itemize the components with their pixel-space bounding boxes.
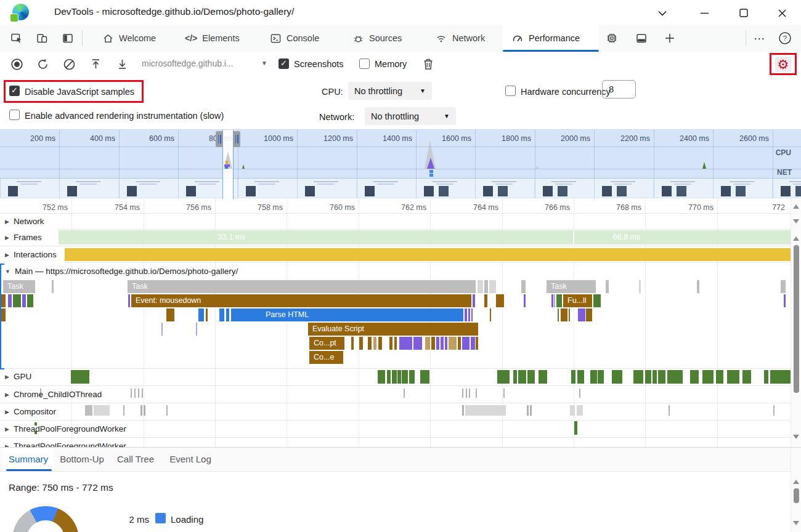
track-network[interactable]: ▶Network bbox=[0, 213, 44, 230]
dock-side-icon[interactable] bbox=[61, 31, 75, 45]
flame-bar[interactable] bbox=[144, 405, 145, 416]
collapse-triangle-icon[interactable]: ▶ bbox=[5, 235, 9, 241]
filmstrip-screenshot[interactable] bbox=[238, 179, 297, 198]
flame-bar[interactable] bbox=[142, 389, 143, 398]
tab-call-tree[interactable]: Call Tree bbox=[114, 448, 157, 470]
flame-bar[interactable] bbox=[134, 389, 136, 398]
flame-bar[interactable] bbox=[378, 337, 382, 350]
flame-bar[interactable] bbox=[445, 337, 447, 350]
flame-bar-co-e[interactable]: Co...e bbox=[309, 351, 343, 364]
tab-console[interactable]: Console bbox=[261, 25, 328, 52]
flame-bar[interactable] bbox=[590, 370, 597, 384]
cpu-throttle-select[interactable]: No throttling▼ bbox=[348, 82, 432, 100]
filmstrip-screenshot[interactable] bbox=[0, 179, 59, 198]
track-gpu[interactable]: ▶GPU bbox=[0, 368, 31, 385]
flame-bar[interactable] bbox=[558, 308, 559, 321]
flame-bar[interactable] bbox=[667, 370, 683, 384]
menu-dots-icon[interactable]: ⋯ bbox=[752, 31, 768, 45]
selection-right-handle[interactable] bbox=[233, 131, 240, 147]
flame-bar[interactable] bbox=[658, 370, 665, 384]
track-compositor[interactable]: ▶Compositor bbox=[0, 403, 56, 420]
flame-bar[interactable] bbox=[598, 370, 604, 384]
flame-bar[interactable] bbox=[465, 405, 506, 416]
flame-bar[interactable] bbox=[22, 294, 26, 307]
flame-bar[interactable] bbox=[441, 337, 444, 350]
flame-bar[interactable] bbox=[85, 405, 92, 416]
page-history-select[interactable]: microsoftedge.github.i... bbox=[142, 58, 234, 68]
flame-bar[interactable] bbox=[473, 294, 475, 307]
flame-bar[interactable] bbox=[606, 280, 609, 293]
advanced-rendering-checkbox[interactable] bbox=[9, 110, 20, 120]
flame-bar[interactable] bbox=[702, 370, 714, 384]
collapse-triangle-icon[interactable]: ▶ bbox=[5, 409, 9, 415]
track-worker-1[interactable]: ▶ThreadPoolForegroundWorker bbox=[0, 421, 126, 437]
flame-bar[interactable] bbox=[465, 308, 467, 321]
flame-bar[interactable] bbox=[645, 370, 651, 384]
flame-bar[interactable] bbox=[458, 337, 461, 350]
tab-network[interactable]: Network bbox=[426, 25, 494, 52]
tab-sources[interactable]: Sources bbox=[344, 25, 410, 52]
flame-bar[interactable] bbox=[359, 337, 363, 350]
load-profile-icon[interactable] bbox=[89, 57, 102, 71]
flame-bar[interactable] bbox=[471, 337, 475, 350]
clear-button[interactable] bbox=[62, 57, 76, 71]
inspect-element-icon[interactable] bbox=[10, 31, 23, 45]
flame-bar[interactable] bbox=[378, 370, 385, 384]
flame-bar[interactable] bbox=[593, 294, 601, 307]
tab-bottom-up[interactable]: Bottom-Up bbox=[57, 448, 107, 470]
track-io-thread[interactable]: ▶Chrome_ChildIOThread bbox=[0, 386, 102, 403]
flame-bar[interactable] bbox=[425, 337, 430, 350]
filmstrip-screenshot[interactable] bbox=[59, 179, 118, 198]
flame-bar[interactable] bbox=[527, 405, 529, 416]
flame-bar[interactable] bbox=[579, 389, 580, 398]
flame-bar[interactable] bbox=[478, 280, 483, 293]
flame-bar[interactable] bbox=[773, 405, 775, 416]
flame-bar[interactable] bbox=[140, 405, 142, 416]
tab-welcome[interactable]: Welcome bbox=[94, 25, 165, 52]
flame-bar[interactable] bbox=[690, 370, 699, 384]
flame-bar[interactable] bbox=[561, 308, 567, 321]
tab-performance[interactable]: Performance bbox=[503, 25, 599, 52]
flame-bar[interactable] bbox=[476, 337, 478, 350]
flame-bar[interactable] bbox=[476, 389, 477, 398]
frames-band[interactable] bbox=[59, 230, 791, 244]
filmstrip-screenshot[interactable] bbox=[416, 179, 475, 198]
scroll-up-icon[interactable] bbox=[793, 480, 799, 484]
flame-bar[interactable] bbox=[219, 308, 224, 321]
scroll-up-icon[interactable] bbox=[793, 204, 799, 209]
filmstrip-screenshot[interactable] bbox=[773, 179, 801, 198]
flame-bar[interactable] bbox=[409, 370, 415, 384]
scroll-down-icon[interactable] bbox=[793, 521, 799, 525]
filmstrip-screenshot[interactable] bbox=[535, 179, 594, 198]
help-icon[interactable]: ? bbox=[778, 31, 792, 46]
flame-bar[interactable] bbox=[781, 280, 786, 293]
collapse-triangle-icon[interactable]: ▶ bbox=[5, 374, 9, 380]
collapse-triangle-icon[interactable]: ▶ bbox=[5, 219, 9, 225]
flame-bar[interactable] bbox=[402, 370, 408, 384]
flame-bar[interactable] bbox=[484, 294, 487, 307]
flame-bar[interactable] bbox=[471, 308, 473, 321]
collapse-triangle-icon[interactable]: ▶ bbox=[5, 252, 9, 258]
flame-bar[interactable] bbox=[52, 280, 54, 293]
flame-bar[interactable] bbox=[578, 308, 585, 321]
close-button[interactable] bbox=[775, 6, 789, 20]
save-profile-icon[interactable] bbox=[115, 57, 129, 71]
flame-bar[interactable] bbox=[94, 405, 110, 416]
flame-bar[interactable] bbox=[166, 308, 174, 321]
flame-bar[interactable] bbox=[466, 389, 467, 398]
flame-bar[interactable] bbox=[404, 389, 405, 398]
flame-bar[interactable] bbox=[513, 370, 517, 384]
flame-bar[interactable] bbox=[196, 323, 197, 336]
flame-bar[interactable] bbox=[373, 337, 376, 350]
flame-bar-task[interactable]: Task bbox=[3, 280, 35, 293]
flame-bar-evaluate-script[interactable]: Evaluate Script bbox=[308, 323, 478, 336]
scroll-down-icon[interactable] bbox=[793, 435, 799, 439]
collapse-triangle-icon[interactable]: ▶ bbox=[5, 392, 9, 398]
flame-bar[interactable] bbox=[351, 337, 354, 350]
flame-bar[interactable] bbox=[764, 370, 768, 384]
selection-left-handle[interactable] bbox=[216, 131, 223, 147]
flame-chart[interactable]: 752 ms754 ms756 ms758 ms760 ms762 ms764 … bbox=[0, 198, 791, 447]
maximize-button[interactable] bbox=[737, 6, 750, 20]
filmstrip-screenshot[interactable] bbox=[713, 179, 772, 198]
flame-bar[interactable] bbox=[669, 405, 670, 416]
